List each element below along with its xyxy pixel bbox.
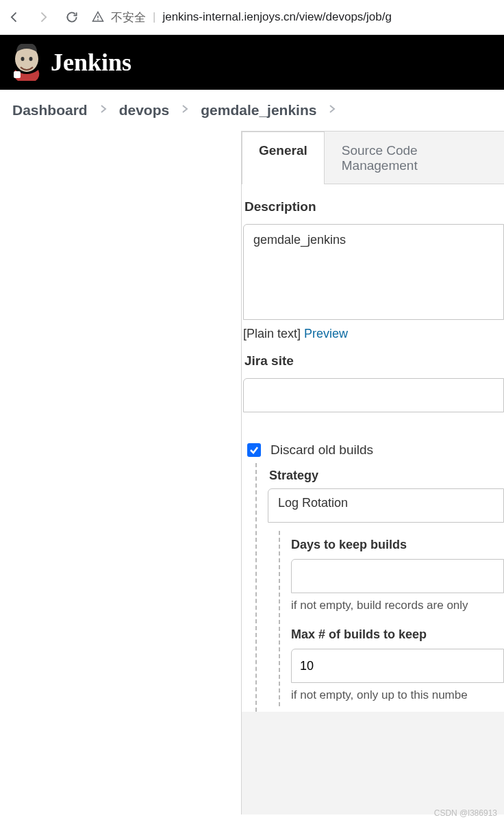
- max-label: Max # of builds to keep: [291, 627, 504, 642]
- strategy-label: Strategy: [268, 469, 504, 483]
- chevron-right-icon: [100, 104, 107, 116]
- jenkins-name: Jenkins: [51, 48, 131, 77]
- discard-checkbox[interactable]: [247, 443, 261, 457]
- description-format: [Plain text] Preview: [243, 327, 504, 341]
- tab-content: Description gemdale_jenkins [Plain text]…: [242, 184, 504, 712]
- config-tabs: General Source Code Management: [242, 132, 504, 184]
- back-button[interactable]: [5, 8, 23, 26]
- url-separator: |: [153, 10, 155, 24]
- strategy-value: Log Rotation: [278, 496, 348, 510]
- breadcrumb-dashboard[interactable]: Dashboard: [12, 102, 88, 119]
- discard-old-builds-row: Discard old builds: [247, 443, 504, 458]
- max-help: if not empty, only up to this numbe: [291, 688, 504, 702]
- description-section: Description gemdale_jenkins [Plain text]…: [242, 199, 504, 353]
- breadcrumb-devops[interactable]: devops: [119, 102, 170, 119]
- svg-rect-1: [97, 19, 99, 21]
- days-help: if not empty, build records are only: [291, 599, 504, 612]
- days-input[interactable]: [291, 559, 504, 593]
- jira-label: Jira site: [243, 353, 504, 369]
- strategy-nested: Days to keep builds if not empty, build …: [279, 531, 504, 706]
- jenkins-header: Jenkins: [0, 35, 504, 90]
- days-label: Days to keep builds: [291, 538, 504, 552]
- tab-source-code-management[interactable]: Source Code Management: [325, 132, 504, 184]
- discard-nested: Strategy Log Rotation Days to keep build…: [255, 463, 504, 712]
- jira-section: Jira site: [242, 353, 504, 425]
- max-input[interactable]: [291, 649, 504, 683]
- strategy-select[interactable]: Log Rotation: [268, 488, 504, 523]
- address-bar[interactable]: 不安全 | jenkins-internal.ienjoys.cn/view/d…: [92, 10, 499, 25]
- description-value: gemdale_jenkins: [253, 233, 346, 247]
- reload-button[interactable]: [63, 8, 81, 26]
- svg-rect-0: [97, 16, 99, 18]
- watermark: CSDN @l386913: [434, 808, 497, 818]
- insecure-icon: [92, 11, 104, 23]
- forward-button[interactable]: [34, 8, 52, 26]
- preview-link[interactable]: Preview: [304, 327, 348, 340]
- jenkins-icon: [10, 44, 44, 81]
- jira-input[interactable]: [243, 378, 504, 412]
- svg-point-4: [29, 57, 33, 61]
- description-textarea[interactable]: gemdale_jenkins: [243, 224, 504, 320]
- svg-rect-5: [14, 71, 21, 78]
- tab-general[interactable]: General: [242, 132, 325, 184]
- config-panel: General Source Code Management Descripti…: [241, 131, 504, 814]
- description-label: Description: [243, 199, 504, 214]
- security-label: 不安全: [111, 10, 146, 25]
- breadcrumb-gemdale[interactable]: gemdale_jenkins: [201, 102, 316, 119]
- url-text: jenkins-internal.ienjoys.cn/view/devops/…: [162, 10, 392, 24]
- format-plaintext: [Plain text]: [243, 327, 301, 340]
- browser-toolbar: 不安全 | jenkins-internal.ienjoys.cn/view/d…: [0, 0, 504, 35]
- svg-point-3: [21, 57, 25, 61]
- chevron-right-icon: [181, 104, 188, 116]
- jenkins-logo[interactable]: Jenkins: [10, 44, 131, 81]
- chevron-right-icon: [329, 104, 336, 116]
- breadcrumb: Dashboard devops gemdale_jenkins: [0, 90, 504, 131]
- discard-label: Discard old builds: [270, 443, 373, 458]
